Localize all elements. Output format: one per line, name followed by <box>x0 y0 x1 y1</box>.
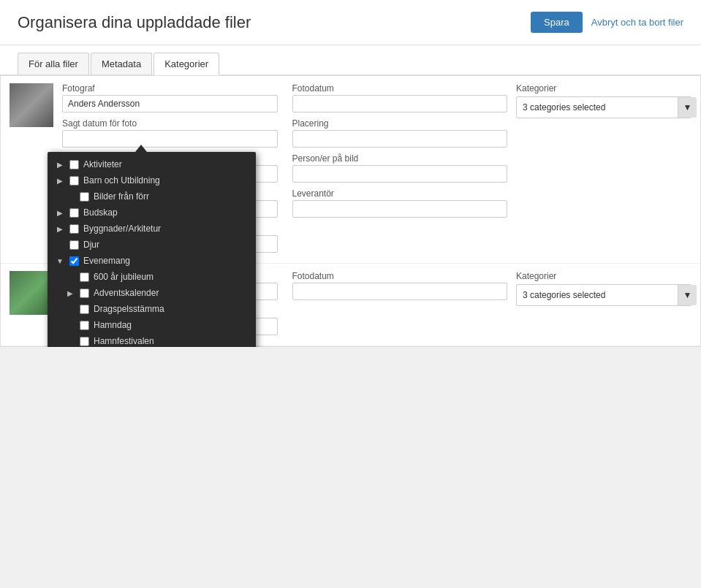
person-input[interactable] <box>292 165 508 183</box>
checkbox-dragspelsstamma[interactable] <box>80 305 89 314</box>
fotodat-input[interactable] <box>292 95 508 112</box>
dd-item-byggnader[interactable]: ▶ Byggnader/Arkitetur <box>48 221 256 237</box>
tab-metadata[interactable]: Metadata <box>91 53 152 75</box>
categories-select-1[interactable]: 3 categories selected ▼ <box>516 96 691 118</box>
thumbnail-image-2 <box>10 271 53 315</box>
fotograf-label: Fotograf <box>62 83 278 93</box>
dd-item-barn-utbildning[interactable]: ▶ Barn och Utbildning <box>48 172 256 188</box>
expander-icon: ▶ <box>55 161 65 169</box>
item-label-hamnfestivalen: Hamnfestivalen <box>94 336 154 346</box>
sagt-datum-input[interactable] <box>62 130 278 148</box>
dd-item-hamndag[interactable]: Hamndag <box>48 317 256 333</box>
fotograf-field: Fotograf <box>62 83 278 112</box>
expander-icon: ▶ <box>55 209 65 217</box>
categories-dropdown-arrow-1: ▼ <box>678 97 697 118</box>
categories-select-2[interactable]: 3 categories selected ▼ <box>516 284 691 306</box>
person-label: Person/er på bild <box>292 153 508 164</box>
dropdown-scroll: ▶ Aktiviteter ▶ Barn och Utbildning Bild… <box>48 156 256 347</box>
top-actions: Spara Avbryt och ta bort filer <box>531 12 683 33</box>
main-content: Fotograf Fotodatum Sagt datum för foto P… <box>0 75 701 347</box>
checkbox-hamnfestivalen[interactable] <box>80 337 89 346</box>
leverantor-field: Leverantör <box>292 188 508 218</box>
categories-dropdown-arrow-2: ▼ <box>678 285 697 305</box>
categories-col-2: Kategorier 3 categories selected ▼ <box>516 271 691 306</box>
item-label-budskap: Budskap <box>83 207 118 218</box>
checkbox-bilder-fran-forr[interactable] <box>80 192 89 202</box>
item-label-hamndag: Hamndag <box>94 320 132 330</box>
dd-item-evenemang[interactable]: ▼ Evenemang <box>48 253 256 269</box>
checkbox-adventskalender[interactable] <box>80 289 89 298</box>
save-button[interactable]: Spara <box>531 12 583 33</box>
dd-item-djur[interactable]: Djur <box>48 237 256 253</box>
item-label-600ar: 600 år jubileum <box>94 272 154 282</box>
dd-item-adventskalender[interactable]: ▶ Adventskalender <box>48 285 256 301</box>
checkbox-evenemang[interactable] <box>69 256 79 266</box>
categories-selected-text-1: 3 categories selected <box>517 99 678 116</box>
top-bar: Organisera dina uppladdade filer Spara A… <box>0 0 701 45</box>
expander-icon: ▶ <box>55 225 65 233</box>
checkbox-djur[interactable] <box>69 240 79 250</box>
categories-col-1: Kategorier 3 categories selected ▼ <box>516 83 691 118</box>
checkbox-600ar[interactable] <box>80 272 89 282</box>
item-label-dragspelsstamma: Dragspelsstämma <box>94 304 164 314</box>
tab-kategorier[interactable]: Kategorier <box>154 53 219 75</box>
fotodat-field: Fotodatum <box>292 83 508 112</box>
dd-item-budskap[interactable]: ▶ Budskap <box>48 205 256 221</box>
thumbnail-image-1 <box>10 83 53 127</box>
categories-label-1: Kategorier <box>516 83 691 93</box>
dd-item-aktiviteter[interactable]: ▶ Aktiviteter <box>48 156 256 172</box>
fotodat-field-2: Fotodatum <box>292 271 508 300</box>
fotograf-input[interactable] <box>62 95 278 112</box>
checkbox-aktiviteter[interactable] <box>69 160 79 169</box>
expander-icon: ▶ <box>55 177 65 185</box>
checkbox-budskap[interactable] <box>69 208 79 218</box>
item-label-evenemang: Evenemang <box>83 256 130 266</box>
fotodat-label: Fotodatum <box>292 83 508 93</box>
categories-label-2: Kategorier <box>516 271 691 281</box>
dd-item-dragspelsstamma[interactable]: Dragspelsstämma <box>48 301 256 317</box>
person-field: Person/er på bild <box>292 153 508 183</box>
cancel-button[interactable]: Avbryt och ta bort filer <box>591 17 683 28</box>
fotodat-label-2: Fotodatum <box>292 271 508 281</box>
categories-selected-text-2: 3 categories selected <box>517 286 678 304</box>
sagt-datum-field: Sagt datum för foto <box>62 118 278 148</box>
dd-item-bilder-fran-forr[interactable]: Bilder från förr <box>48 188 256 205</box>
category-dropdown: ▶ Aktiviteter ▶ Barn och Utbildning Bild… <box>48 152 256 347</box>
checkbox-barn-utbildning[interactable] <box>69 176 79 186</box>
leverantor-input[interactable] <box>292 200 508 218</box>
tabs-bar: För alla filer Metadata Kategorier <box>0 45 701 75</box>
dd-item-600ar[interactable]: 600 år jubileum <box>48 269 256 285</box>
tab-for-alla-filer[interactable]: För alla filer <box>18 53 89 75</box>
file-thumbnail-2 <box>10 271 53 315</box>
leverantor-label: Leverantör <box>292 188 508 199</box>
item-label-byggnader: Byggnader/Arkitetur <box>83 224 161 234</box>
dd-item-hamnfestivalen[interactable]: Hamnfestivalen <box>48 333 256 347</box>
checkbox-byggnader[interactable] <box>69 224 79 234</box>
fotodat-input-2[interactable] <box>292 283 508 300</box>
expander-icon-evenemang: ▼ <box>55 257 65 265</box>
item-label-barn-utbildning: Barn och Utbildning <box>83 175 160 186</box>
sagt-datum-label: Sagt datum för foto <box>62 118 278 129</box>
item-label-aktiviteter: Aktiviteter <box>83 159 122 169</box>
item-label-djur: Djur <box>83 240 99 250</box>
checkbox-hamndag[interactable] <box>80 321 89 330</box>
file-thumbnail-1 <box>10 83 53 127</box>
page-title: Organisera dina uppladdade filer <box>18 13 251 32</box>
placering-input[interactable] <box>292 130 508 148</box>
item-label-adventskalender: Adventskalender <box>94 288 159 298</box>
placering-label: Placering <box>292 118 508 129</box>
placering-field: Placering <box>292 118 508 148</box>
item-label-bilder-fran-forr: Bilder från förr <box>94 191 149 202</box>
expander-icon-adventskalender: ▶ <box>65 289 75 297</box>
